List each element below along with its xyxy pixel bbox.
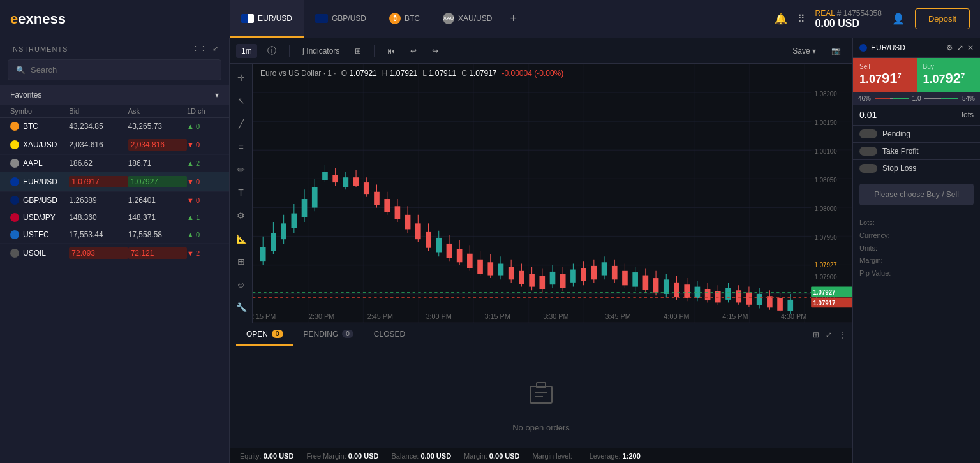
spread-right: 54%: [962, 95, 975, 102]
take-profit-label: Take Profit: [882, 147, 919, 156]
tab-open-orders[interactable]: OPEN 0: [236, 323, 293, 346]
tab-eurusd[interactable]: EUR/USD: [230, 0, 304, 38]
add-tab-button[interactable]: +: [503, 12, 523, 26]
text-tool[interactable]: T: [234, 185, 248, 200]
svg-rect-39: [395, 206, 401, 219]
sell-button[interactable]: Sell 1.07917: [853, 58, 917, 92]
stop-loss-toggle[interactable]: [859, 164, 877, 173]
usoil-bid: 72.093: [69, 247, 128, 259]
svg-text:1.07950: 1.07950: [815, 234, 838, 241]
tab-closed-orders[interactable]: CLOSED: [364, 323, 415, 346]
hline-tool[interactable]: ≡: [234, 139, 248, 154]
buy-sell-action-button[interactable]: Please choose Buy / Sell: [859, 184, 974, 205]
col-change: 1D ch: [187, 107, 219, 115]
svg-text:1.08200: 1.08200: [815, 91, 838, 98]
instrument-row-ustec[interactable]: USTEC 17,553.44 17,558.58 ▲ 0: [0, 226, 229, 244]
cursor-tool[interactable]: ↖: [234, 93, 248, 108]
svg-rect-103: [725, 288, 731, 300]
sidebar-menu-icon[interactable]: ⋮⋮: [192, 45, 207, 53]
chart-column: 1m ⓘ ∫ Indicators ⊞ ⏮ ↩ ↪ Save ▾ 📷 ✛: [230, 38, 852, 463]
orders-icon-3[interactable]: ⋮: [838, 330, 846, 339]
svg-rect-55: [477, 260, 483, 274]
buy-button[interactable]: Buy 1.07927: [917, 58, 981, 92]
flag-eu: [241, 14, 254, 23]
screenshot-btn[interactable]: 📷: [826, 44, 846, 58]
favorites-row[interactable]: Favorites ▾: [0, 85, 229, 105]
search-input[interactable]: [31, 65, 213, 75]
panel-settings-icon[interactable]: ⚙: [946, 43, 953, 52]
pending-orders-count: 0: [342, 330, 353, 338]
alarm-icon[interactable]: 🔔: [775, 13, 787, 25]
pencil-tool[interactable]: ✏: [234, 162, 248, 177]
svg-rect-75: [581, 268, 586, 281]
instrument-row-usdjpy[interactable]: USD/JPY 148.360 148.371 ▲ 1: [0, 209, 229, 226]
meta-units: Units:: [859, 242, 974, 255]
sell-price: 1.07917: [859, 70, 910, 87]
leverage-value: 1:200: [623, 452, 641, 460]
instr-name-gbp: GBP/USD: [23, 196, 57, 205]
take-profit-toggle-row: Take Profit: [853, 143, 980, 160]
undo-btn[interactable]: ↩: [405, 44, 422, 58]
crosshair-tool[interactable]: ✛: [234, 70, 248, 85]
svg-rect-105: [736, 290, 741, 302]
orders-tabs: OPEN 0 PENDING 0 CLOSED ⊞ ⤢ ⋮: [230, 323, 852, 346]
user-icon[interactable]: 👤: [892, 13, 905, 25]
free-margin-label: Free Margin: 0.00 USD: [306, 452, 378, 460]
spread-left: 46%: [858, 95, 871, 102]
tab-gbpusd[interactable]: GBP/USD: [304, 0, 378, 38]
instrument-row-aapl[interactable]: AAPL 186.62 186.71 ▲ 2: [0, 155, 229, 172]
tab-btc[interactable]: ₿ BTC: [378, 0, 431, 38]
ohlc-open: O 1.07921: [341, 69, 377, 78]
jpy-change: ▲ 1: [187, 214, 219, 221]
pending-toggle[interactable]: [859, 129, 877, 138]
svg-rect-113: [777, 298, 783, 311]
instr-name-usdjpy: USD/JPY: [23, 213, 56, 222]
lot-input[interactable]: [859, 110, 910, 120]
orders-icon-1[interactable]: ⊞: [813, 330, 819, 339]
search-box: 🔍: [8, 59, 221, 80]
instrument-row-btc[interactable]: BTC 43,234.85 43,265.73 ▲ 0: [0, 118, 229, 135]
timeframe-1m-btn[interactable]: 1m: [236, 44, 257, 58]
take-profit-toggle[interactable]: [859, 147, 877, 156]
btc-row-icon: [10, 122, 19, 131]
redo-btn[interactable]: ↪: [427, 44, 443, 58]
orders-icon-2[interactable]: ⤢: [826, 330, 832, 339]
line-tool[interactable]: ╱: [234, 116, 248, 131]
closed-orders-label: CLOSED: [374, 330, 405, 339]
grid-icon[interactable]: ⠿: [798, 13, 805, 25]
svg-text:1.08000: 1.08000: [815, 205, 838, 212]
layout-btn[interactable]: ⊞: [350, 44, 366, 58]
emoji-tool[interactable]: ☺: [234, 277, 248, 292]
chart-settings-btn[interactable]: ⓘ: [262, 43, 281, 59]
save-btn[interactable]: Save ▾: [787, 44, 821, 58]
magnet-tool[interactable]: ⚙: [234, 208, 248, 223]
svg-rect-59: [498, 264, 504, 276]
rewind-btn[interactable]: ⏮: [382, 44, 400, 58]
header-right: 🔔 ⠿ REAL # 147554358 0.00 USD 👤 Deposit: [764, 8, 980, 29]
tab-xauusd[interactable]: XAU XAU/USD: [431, 0, 503, 38]
favorites-chevron: ▾: [215, 91, 219, 99]
tab-pending-orders[interactable]: PENDING 0: [293, 323, 364, 346]
sidebar-title: INSTRUMENTS: [10, 45, 68, 53]
instruments-header: Symbol Bid Ask 1D ch: [0, 105, 229, 118]
svg-rect-29: [343, 177, 349, 187]
sidebar-expand-icon[interactable]: ⤢: [212, 45, 219, 53]
svg-text:1.07900: 1.07900: [815, 274, 838, 281]
panel-expand-icon[interactable]: ⤢: [957, 43, 963, 52]
panel-close-icon[interactable]: ✕: [967, 43, 974, 52]
settings-tool[interactable]: 🔧: [234, 300, 248, 315]
btc-change: ▲ 0: [187, 122, 219, 130]
indicators-btn[interactable]: ∫ Indicators: [297, 44, 345, 58]
svg-rect-57: [487, 262, 493, 275]
instrument-row-eurusd[interactable]: EUR/USD 1.07917 1.07927 ▼ 0: [0, 172, 229, 192]
tab-xauusd-label: XAU/USD: [458, 14, 492, 23]
deposit-button[interactable]: Deposit: [915, 8, 970, 29]
instrument-row-gbpusd[interactable]: GBP/USD 1.26389 1.26401 ▼ 0: [0, 192, 229, 209]
spread-line-2: [924, 98, 958, 99]
instrument-row-xauusd[interactable]: XAU/USD 2,034.616 2,034.816 ▼ 0: [0, 135, 229, 155]
expand-tool[interactable]: ⊞: [234, 254, 248, 269]
empty-orders-state: No open orders: [230, 346, 852, 463]
xau-ask: 2,034.816: [128, 139, 187, 151]
instrument-row-usoil[interactable]: USOIL 72.093 72.121 ▼ 2: [0, 244, 229, 263]
ruler-tool[interactable]: 📐: [234, 231, 248, 246]
